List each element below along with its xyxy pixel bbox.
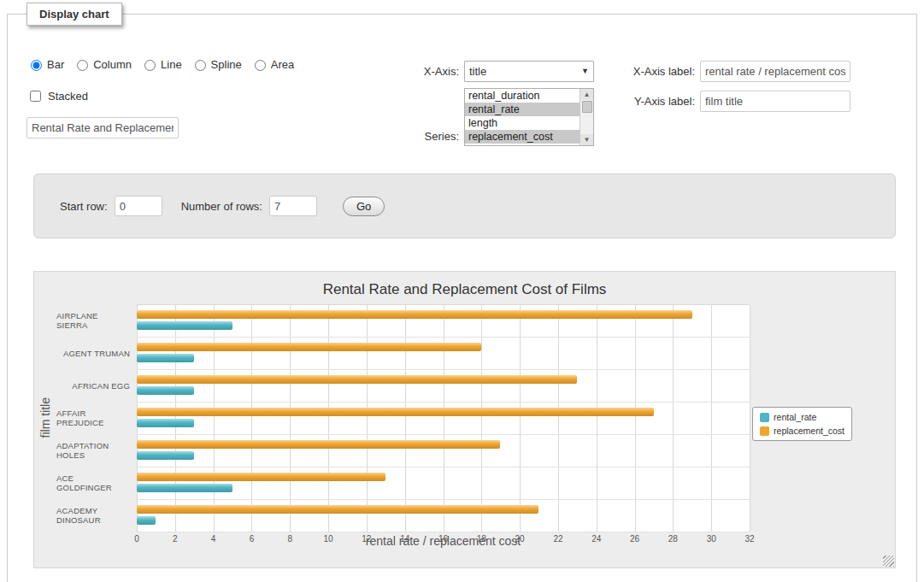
series-option-rental-rate[interactable]: rental_rate [465, 103, 580, 116]
chart-controls: BarColumnLineSplineArea Stacked X-Axis: … [8, 15, 916, 168]
series-listbox[interactable]: rental_durationrental_ratelengthreplacem… [464, 88, 594, 146]
row-range-panel: Start row: Number of rows: Go [33, 173, 896, 238]
x-tick-label: 22 [553, 534, 562, 544]
category-label: ACADEMY DINOSAUR [56, 499, 137, 532]
legend-item-rental-rate[interactable]: rental_rate [760, 412, 845, 422]
resize-handle-icon[interactable] [883, 556, 894, 567]
category-label: AIRPLANE SIERRA [56, 304, 137, 337]
x-tick-label: 0 [134, 534, 139, 544]
bar-replacement-cost[interactable] [137, 440, 500, 449]
bar-rental-rate[interactable] [137, 484, 232, 492]
x-tick-label: 30 [707, 534, 716, 544]
bar-group-airplane-sierra [137, 305, 750, 338]
legend-label: rental_rate [774, 412, 816, 422]
bar-group-ace-goldfinger [137, 467, 750, 500]
series-row: Series: rental_durationrental_ratelength… [391, 88, 594, 146]
xaxis-label: X-Axis: [391, 65, 459, 78]
stacked-checkbox[interactable] [30, 91, 41, 102]
plot-area [137, 304, 750, 532]
bar-group-african-egg [137, 370, 750, 403]
plot-zone: 02468101214161820222426283032 rental rat… [137, 304, 750, 532]
bar-replacement-cost[interactable] [137, 408, 654, 416]
chart-type-option-line[interactable]: Line [140, 57, 182, 71]
bar-replacement-cost[interactable] [137, 505, 539, 514]
chart-container: Rental Rate and Replacement Cost of Film… [33, 271, 896, 568]
bar-rental-rate[interactable] [137, 516, 156, 525]
series-option-replacement-cost[interactable]: replacement_cost [465, 130, 580, 144]
bar-rental-rate[interactable] [137, 451, 194, 460]
legend-swatch-icon [760, 413, 769, 422]
xaxis-row: X-Axis: title ▼ [391, 61, 594, 82]
legend-swatch-icon [760, 426, 769, 436]
chart-type-radio-spline[interactable] [195, 60, 206, 71]
chart-type-radio-bar[interactable] [31, 60, 42, 71]
bar-group-agent-truman [137, 338, 750, 370]
yaxis-label-input[interactable] [700, 91, 850, 112]
y-axis-title: film title [38, 397, 52, 438]
chart-type-option-bar[interactable]: Bar [26, 57, 64, 71]
x-tick-label: 10 [324, 534, 333, 544]
x-tick-label: 26 [630, 534, 639, 544]
x-tick-label: 20 [515, 534, 525, 544]
stacked-option[interactable]: Stacked [26, 88, 88, 104]
series-options: rental_durationrental_ratelengthreplacem… [465, 89, 580, 145]
x-tick-label: 12 [362, 534, 371, 544]
chart-type-group: BarColumnLineSplineArea [26, 57, 294, 71]
chart-type-label-bar: Bar [47, 58, 64, 71]
xaxis-label-label: X-Axis label: [606, 65, 695, 78]
category-label: AGENT TRUMAN [56, 337, 137, 369]
category-labels: AIRPLANE SIERRAAGENT TRUMANAFRICAN EGGAF… [56, 304, 137, 532]
yaxis-label-row: Y-Axis label: [606, 91, 850, 112]
chart-type-radio-column[interactable] [77, 60, 88, 71]
scroll-up-icon[interactable]: ▲ [580, 89, 593, 100]
scroll-down-icon[interactable]: ▼ [580, 134, 593, 145]
chart-type-radio-area[interactable] [255, 60, 266, 71]
bar-group-adaptation-holes [137, 435, 750, 467]
legend-item-replacement-cost[interactable]: replacement_cost [760, 426, 845, 436]
bar-rental-rate[interactable] [137, 386, 194, 395]
chart-type-option-spline[interactable]: Spline [191, 57, 242, 71]
x-tick-label: 6 [250, 534, 255, 544]
category-label: ACE GOLDFINGER [56, 467, 137, 499]
y-axis-title-wrap: film title [34, 304, 56, 532]
scrollbar-thumb[interactable] [582, 101, 592, 113]
x-tick-label: 32 [744, 534, 754, 544]
xaxis-label-input[interactable] [700, 61, 850, 82]
bar-rental-rate[interactable] [137, 321, 232, 330]
chart-type-option-column[interactable]: Column [73, 57, 132, 71]
xaxis-select[interactable]: title [464, 61, 594, 82]
bar-replacement-cost[interactable] [137, 473, 385, 481]
num-rows-input[interactable] [269, 196, 317, 216]
category-label: AFRICAN EGG [56, 369, 137, 402]
chart-type-label-spline: Spline [211, 58, 242, 71]
legend-label: replacement_cost [774, 426, 845, 436]
series-scrollbar[interactable]: ▲ ▼ [580, 89, 593, 145]
bar-replacement-cost[interactable] [137, 343, 481, 351]
chart-type-label-line: Line [161, 58, 182, 71]
x-tick-label: 16 [438, 534, 448, 544]
bar-rental-rate[interactable] [137, 419, 194, 427]
chart-title: Rental Rate and Replacement Cost of Film… [34, 272, 895, 298]
bar-group-academy-dinosaur [137, 500, 750, 532]
stacked-label: Stacked [48, 90, 88, 103]
chart-type-radio-line[interactable] [144, 60, 156, 71]
x-tick-label: 2 [173, 534, 178, 544]
bar-rental-rate[interactable] [137, 354, 194, 362]
x-tick-label: 8 [287, 534, 292, 544]
xaxis-label-row: X-Axis label: [606, 61, 850, 82]
chart-type-option-area[interactable]: Area [250, 57, 294, 71]
category-label: AFFAIR PREJUDICE [56, 402, 137, 434]
start-row-input[interactable] [115, 196, 162, 216]
fieldset-legend: Display chart [26, 3, 122, 26]
go-button[interactable]: Go [343, 197, 385, 216]
series-option-rental-duration[interactable]: rental_duration [465, 89, 580, 103]
chart-title-input[interactable] [26, 117, 179, 138]
num-rows-label: Number of rows: [181, 200, 262, 213]
x-tick-label: 18 [477, 534, 486, 544]
chart-type-label-area: Area [271, 58, 294, 71]
bar-replacement-cost[interactable] [137, 375, 577, 384]
chart-legend: rental_ratereplacement_cost [752, 407, 852, 441]
bar-replacement-cost[interactable] [137, 310, 692, 319]
series-option-length[interactable]: length [465, 116, 580, 130]
category-label: ADAPTATION HOLES [56, 434, 137, 467]
